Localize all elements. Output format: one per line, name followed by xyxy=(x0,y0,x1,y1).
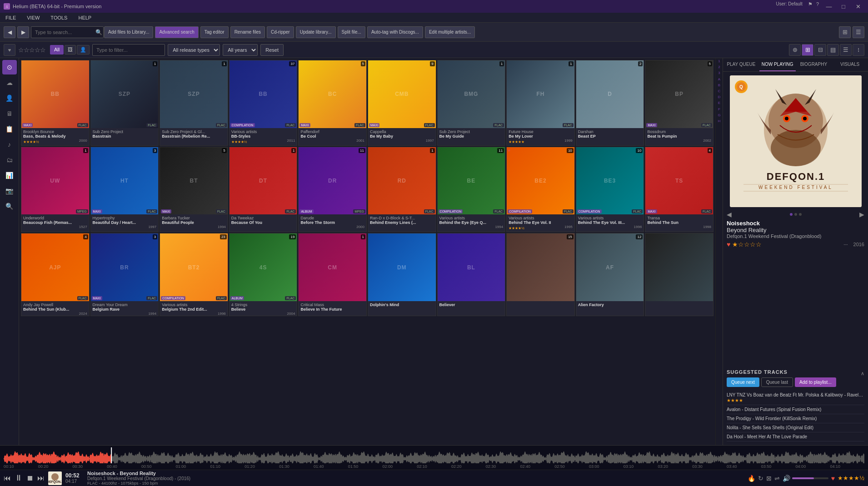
minimize-button[interactable]: — xyxy=(823,1,835,11)
add-to-playlist-button[interactable]: Add to playlist... xyxy=(795,377,836,387)
grid-icon-btn[interactable]: ⊞ xyxy=(802,44,813,56)
search-input[interactable] xyxy=(31,26,104,38)
album-card[interactable]: BB MAXI FLAC Brooklyn Bounce Bass, Beats… xyxy=(21,60,90,146)
sidebar-home[interactable]: ⊙ xyxy=(2,60,17,74)
skip-next-button[interactable]: ⏭ xyxy=(37,474,45,482)
np-prev-btn[interactable]: ◀ xyxy=(727,211,732,218)
album-card[interactable]: 1 SZP FLAC Sub Zero Project Basstrain xyxy=(90,60,159,146)
split-file-button[interactable]: Split file... xyxy=(338,26,365,38)
album-card[interactable]: 1 RD FLAC Ran-D x D-Block & S-T... Behin… xyxy=(368,147,436,233)
edit-artists-button[interactable]: Edit multiple artists... xyxy=(425,26,475,38)
sidebar-monitor[interactable]: 🖥 xyxy=(2,106,17,121)
letter-H[interactable]: H xyxy=(718,118,721,124)
album-card[interactable]: 1 BMG FLAC Sub Zero Project Be My Guide xyxy=(437,60,506,146)
add-files-button[interactable]: Add files to Library... xyxy=(104,26,153,38)
album-card[interactable]: 1 SZP FLAC Sub Zero Project & Gl... Bass… xyxy=(160,60,228,146)
album-card[interactable]: 12 AF Alien Factory xyxy=(576,233,644,316)
letter-B[interactable]: B xyxy=(718,82,720,88)
letter-D[interactable]: D xyxy=(718,94,721,100)
album-card[interactable]: 19 4S ALBUM FLAC 4 Strings Believe 2004 xyxy=(229,233,298,316)
album-card[interactable]: 5 BT MAXI FLAC Barbara Tucker Beautiful … xyxy=(160,147,228,233)
album-card[interactable]: 1 DT FLAC Da Tweekaz Because Of You xyxy=(229,147,298,233)
repeat-icon[interactable]: ↻ xyxy=(758,475,763,482)
heart-player[interactable]: ♥ xyxy=(831,475,835,482)
sidebar-contacts[interactable]: 👤 xyxy=(2,91,17,105)
menu-view[interactable]: VIEW xyxy=(25,14,41,21)
details-icon-btn[interactable]: ☰ xyxy=(840,44,852,56)
letter-C[interactable]: C xyxy=(718,88,721,94)
view-tab-image[interactable]: 🖼 xyxy=(65,45,76,55)
compact-icon-btn[interactable]: ⊟ xyxy=(814,44,826,56)
close-button[interactable]: ✕ xyxy=(852,1,864,11)
cd-ripper-button[interactable]: Cd-ripper xyxy=(267,26,294,38)
autotag-button[interactable]: Auto-tag with Discogs... xyxy=(367,26,423,38)
volume-icon[interactable]: 🔊 xyxy=(783,475,790,482)
sidebar-user[interactable]: ☁ xyxy=(2,75,17,90)
album-card[interactable]: 11 DR ALBUM MPEG Darude Before The Storm… xyxy=(298,147,367,233)
menu-tools[interactable]: TOOLS xyxy=(49,14,69,21)
sidebar-camera[interactable]: 📷 xyxy=(2,183,17,198)
stop-button[interactable]: ⏹ xyxy=(26,474,34,482)
letter-1[interactable]: 1 xyxy=(718,58,720,64)
collapse-btn[interactable]: ∧ xyxy=(861,371,864,377)
album-card[interactable]: 4 TS MAXI FLAC Transa Behind The Sun 199… xyxy=(645,147,713,233)
album-card[interactable]: DM Dolphin's Mind xyxy=(368,233,436,316)
grid-view-button[interactable]: ⊞ xyxy=(839,26,851,38)
fire-icon[interactable]: 🔥 xyxy=(748,475,755,482)
album-card[interactable]: 9 CMB MAXI FLAC Cappella Be My Baby 1997 xyxy=(368,60,436,146)
help-icon[interactable]: ? xyxy=(816,1,819,11)
letter-E[interactable]: E xyxy=(718,100,720,106)
queue-next-button[interactable]: Queue next xyxy=(727,377,759,387)
sidebar-folder[interactable]: 🗂 xyxy=(2,153,17,167)
maximize-button[interactable]: □ xyxy=(837,1,850,11)
view-tab-all[interactable]: All xyxy=(50,45,64,55)
back-button[interactable]: ◀ xyxy=(4,26,15,38)
letter-3[interactable]: 3 xyxy=(718,70,720,76)
reset-button[interactable]: Reset xyxy=(260,44,284,56)
shuffle-icon[interactable]: ⇌ xyxy=(774,475,780,482)
tree-icon-btn[interactable]: ⫶ xyxy=(853,44,864,56)
np-rating[interactable]: ★☆☆☆☆ xyxy=(732,241,762,248)
heart-filter-button[interactable]: ♥ xyxy=(4,44,15,56)
menu-help[interactable]: HELP xyxy=(76,14,93,21)
tab-visuals[interactable]: VISUALS xyxy=(832,58,868,71)
update-library-button[interactable]: Update library... xyxy=(296,26,336,38)
menu-file[interactable]: FILE xyxy=(4,14,18,21)
year-select[interactable]: All years2024202320222021202020192018201… xyxy=(223,44,258,56)
forward-button[interactable]: ▶ xyxy=(17,26,29,38)
list-view-button[interactable]: ☰ xyxy=(853,26,864,38)
album-card[interactable]: 1 UW MPEG Underworld Beaucoup Fish (Rema… xyxy=(21,147,90,233)
album-card[interactable]: 15 xyxy=(506,233,575,316)
star-filter[interactable]: ☆☆☆☆☆ xyxy=(18,46,45,54)
letter-F[interactable]: F xyxy=(718,106,720,112)
letter-G[interactable]: G xyxy=(718,112,720,118)
album-card[interactable] xyxy=(645,233,713,316)
album-card[interactable]: ♥ 10 BE2 COMPILATION FLAC Various artist… xyxy=(506,147,575,233)
stop-timer-icon[interactable]: ⊠ xyxy=(766,475,772,482)
rename-files-button[interactable]: Rename files xyxy=(230,26,265,38)
album-card[interactable]: BL Believer xyxy=(437,233,506,316)
sidebar-search[interactable]: 🔍 xyxy=(2,199,17,213)
columns-icon-btn[interactable]: ▤ xyxy=(827,44,839,56)
album-card[interactable]: 3 HT MAXI FLAC Hypertrophy Beautiful Day… xyxy=(90,147,159,233)
np-more-button[interactable]: ··· xyxy=(843,242,848,247)
album-card[interactable]: 23 BT2 COMPILATION FLAC Various artists … xyxy=(160,233,228,316)
album-card[interactable]: 11 BE COMPILATION FLAC Various artists B… xyxy=(437,147,506,233)
queue-last-button[interactable]: Queue last xyxy=(761,377,793,387)
album-card[interactable]: 10 BE3 COMPILATION FLAC Various artists … xyxy=(576,147,644,233)
layers-icon-btn[interactable]: ⊛ xyxy=(789,44,801,56)
tab-now-playing[interactable]: NOW PLAYING xyxy=(759,58,796,71)
album-card[interactable]: 1 CM Critical Mass Believe In The Future xyxy=(298,233,367,316)
sidebar-music[interactable]: ♪ xyxy=(2,137,17,152)
release-type-select[interactable]: All release typesAlbumSingleEPCompilatio… xyxy=(168,44,220,56)
filter-input[interactable] xyxy=(92,44,165,56)
advanced-search-button[interactable]: Advanced search xyxy=(155,26,198,38)
album-card[interactable]: 1 FH FLAC Future House Be My Lover ★★★★★… xyxy=(506,60,575,146)
skip-prev-button[interactable]: ⏮ xyxy=(4,474,11,482)
tab-play-queue[interactable]: PLAY QUEUE xyxy=(723,58,759,71)
album-card[interactable]: 5 BC MAXI FLAC Paffendorf Be Cool 2001 xyxy=(298,60,367,146)
album-card[interactable]: 5 BP MAXI FLAC Bossdrum Beat Is Pumpin 2… xyxy=(645,60,713,146)
album-card[interactable]: 4 AJP FLAC Andy Jay Powell Behind The Su… xyxy=(21,233,90,316)
np-heart[interactable]: ♥ xyxy=(727,241,730,248)
album-card[interactable]: 2 D Darshan Beast EP xyxy=(576,60,644,146)
